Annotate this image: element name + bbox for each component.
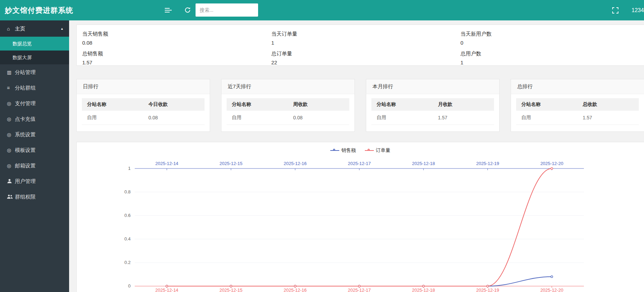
svg-text:2025-12-20: 2025-12-20 [540, 288, 564, 292]
svg-text:0.2: 0.2 [124, 260, 131, 265]
stat-label: 总订单量 [271, 51, 449, 57]
sidebar-item-system-settings[interactable]: ◎系统设置 [0, 127, 69, 142]
sidebar-item-data-screen[interactable]: 数据大屏 [0, 51, 69, 64]
sidebar-item-label: 群组权限 [15, 194, 36, 200]
legend-label: 销售额 [341, 147, 356, 154]
stat-label: 总销售额 [82, 51, 260, 57]
table-row: 自用 0.08 [82, 111, 205, 125]
rank-cell-amount: 1.57 [433, 111, 494, 125]
svg-text:2025-12-17: 2025-12-17 [348, 161, 371, 166]
rank-card-title: 近7天排行 [221, 79, 354, 94]
sidebar-item-group-permissions[interactable]: 群组权限 [0, 189, 69, 204]
user-icon [7, 174, 15, 189]
sidebar-item-label: 分站群组 [15, 85, 36, 91]
circle-icon: ◎ [7, 158, 15, 174]
rank-col-header: 分站名称 [371, 98, 433, 111]
rank-cell-name: 自用 [371, 111, 433, 125]
rank-col-header: 月收款 [433, 98, 494, 111]
sidebar-item-label: 模板设置 [15, 147, 36, 153]
sidebar-item-data-overview[interactable]: 数据总览 [0, 37, 69, 51]
svg-text:2025-12-15: 2025-12-15 [219, 161, 243, 166]
stat-label: 当天新用户数 [461, 31, 638, 37]
grid-icon: ▥ [7, 65, 15, 80]
rank-cell-name: 自用 [227, 111, 288, 125]
sidebar-item-mailbox-settings[interactable]: ◎邮箱设置 [0, 158, 69, 173]
line-marker-icon [365, 148, 374, 153]
home-icon: ⌂ [7, 21, 15, 37]
table-row: 自用 0.08 [227, 111, 349, 125]
fullscreen-icon[interactable] [612, 7, 618, 15]
sidebar-item-label: 数据大屏 [12, 55, 32, 60]
svg-text:2025-12-18: 2025-12-18 [412, 161, 435, 166]
rank-cell-amount: 0.08 [288, 111, 350, 125]
table-row: 自用 1.57 [516, 111, 639, 125]
sidebar-item-label: 主页 [15, 26, 25, 31]
svg-text:0.8: 0.8 [124, 189, 131, 194]
svg-text:2025-12-19: 2025-12-19 [476, 161, 499, 166]
sidebar-item-label: 邮箱设置 [15, 163, 36, 168]
rank-col-header: 分站名称 [227, 98, 288, 111]
svg-text:2025-12-20: 2025-12-20 [540, 161, 564, 166]
legend-item-sales[interactable]: 销售额 [330, 147, 356, 154]
stat-label: 当天订单量 [271, 31, 449, 37]
rank-col-header: 今日收款 [143, 98, 205, 111]
refresh-icon[interactable] [184, 7, 191, 14]
stat-total-users: 总用户数 1 [455, 48, 644, 68]
app-title: 妙文馆付费进群系统 [5, 0, 73, 20]
rank-card-daily: 日排行 分站名称 今日收款 自用 0.08 [76, 79, 210, 132]
stat-value: 1 [271, 40, 449, 46]
rank-cell-amount: 1.57 [578, 111, 639, 125]
sidebar-item-home[interactable]: ⌂主页 ▲ [0, 20, 69, 37]
stats-panel: 当天销售额 0.08 当天订单量 1 当天新用户数 0 总销售额 1.57 总订… [76, 25, 644, 66]
sidebar-item-substation-management[interactable]: ▥分站管理 [0, 64, 69, 80]
collapse-menu-icon[interactable] [165, 8, 172, 14]
stat-value: 1.57 [82, 60, 260, 65]
rank-card-month: 本月排行 分站名称 月收款 自用 1.57 [366, 79, 500, 132]
stat-value: 22 [271, 60, 449, 65]
rank-card-title: 日排行 [77, 79, 210, 94]
sidebar: ⌂主页 ▲ 数据总览 数据大屏 ▥分站管理 ≡分站群组 ◎支付管理 ◎点卡充值 … [0, 20, 69, 292]
stat-value: 1 [461, 60, 638, 65]
stat-total-orders: 总订单量 22 [266, 48, 455, 68]
chart-card: 销售额 订单量 00.20.40.60.812025-12-142025-12-… [76, 142, 644, 292]
main-content: 当天销售额 0.08 当天订单量 1 当天新用户数 0 总销售额 1.57 总订… [76, 25, 644, 292]
svg-text:0.4: 0.4 [124, 236, 131, 241]
stat-total-sales: 总销售额 1.57 [77, 48, 266, 68]
sidebar-item-template-settings[interactable]: ◎模板设置 [0, 142, 69, 158]
svg-text:2025-12-15: 2025-12-15 [219, 288, 243, 292]
legend-item-orders[interactable]: 订单量 [365, 147, 390, 154]
circle-icon: ◎ [7, 96, 15, 111]
rank-col-header: 分站名称 [82, 98, 143, 111]
sidebar-item-card-recharge[interactable]: ◎点卡充值 [0, 111, 69, 127]
rows-icon: ≡ [7, 80, 15, 96]
stat-today-orders: 当天订单量 1 [266, 28, 455, 48]
svg-text:0.6: 0.6 [124, 213, 131, 218]
svg-text:2025-12-14: 2025-12-14 [155, 288, 179, 292]
top-bar: 妙文馆付费进群系统 12345 [0, 0, 644, 20]
rank-table: 分站名称 总收款 自用 1.57 [516, 98, 639, 125]
legend-label: 订单量 [376, 147, 390, 154]
sidebar-item-payment-management[interactable]: ◎支付管理 [0, 95, 69, 111]
rank-col-header: 分站名称 [516, 98, 578, 111]
username[interactable]: 12345 [632, 0, 644, 20]
table-row: 自用 1.57 [371, 111, 494, 125]
chart-legend: 销售额 订单量 [77, 142, 644, 156]
rank-table: 分站名称 今日收款 自用 0.08 [82, 98, 205, 125]
rank-card-total: 总排行 分站名称 总收款 自用 1.57 [511, 79, 644, 132]
svg-text:0: 0 [128, 283, 131, 289]
rank-col-header: 总收款 [578, 98, 639, 111]
stat-today-new-users: 当天新用户数 0 [455, 28, 644, 48]
rank-col-header: 周收款 [288, 98, 350, 111]
sidebar-item-label: 分站管理 [15, 69, 36, 75]
circle-icon: ◎ [7, 111, 15, 127]
sidebar-item-substation-groups[interactable]: ≡分站群组 [0, 80, 69, 95]
stat-label: 总用户数 [461, 51, 638, 57]
rank-cell-name: 自用 [82, 111, 143, 125]
stat-value: 0.08 [82, 40, 260, 46]
rank-table: 分站名称 周收款 自用 0.08 [227, 98, 349, 125]
svg-text:2025-12-18: 2025-12-18 [412, 288, 435, 292]
sidebar-item-user-management[interactable]: 用户管理 [0, 173, 69, 189]
sidebar-item-label: 数据总览 [12, 41, 32, 46]
stat-value: 0 [461, 40, 638, 46]
search-input[interactable] [196, 3, 258, 17]
